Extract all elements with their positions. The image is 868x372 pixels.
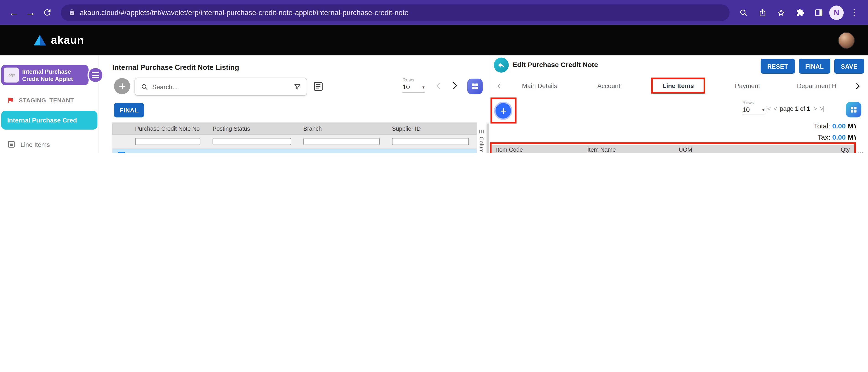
rows-per-page-label: Rows	[742, 100, 765, 105]
browser-side-panel-button[interactable]	[810, 4, 827, 21]
sidebar-item-label: Line Items	[21, 141, 50, 148]
last-page-button[interactable]: >|	[820, 105, 824, 112]
grip-icon	[479, 129, 485, 134]
browser-search-button[interactable]	[735, 4, 752, 21]
tab-department-handling[interactable]: Department H	[782, 78, 851, 94]
sidebar-applet-button[interactable]: logo Internal Purchase Credit Note Apple…	[1, 65, 89, 85]
tax-value: 0.00	[832, 134, 846, 141]
filter-funnel-icon[interactable]	[293, 83, 301, 90]
items-grid-view-button[interactable]	[846, 102, 861, 117]
filter-branch[interactable]	[303, 138, 380, 145]
editor-actions: RESET FINAL SAVE	[761, 59, 864, 74]
editor-title: Edit Purchase Credit Note	[513, 61, 598, 69]
table-body: 1000010 DRAFT ONE LIVING SS2 1000032 100…	[113, 149, 476, 153]
prev-page-button[interactable]: <	[773, 105, 776, 112]
browser-share-button[interactable]	[754, 4, 771, 21]
add-line-item-button[interactable]	[496, 103, 511, 119]
address-bar[interactable]: akaun.cloud/#/applets/tnt/wavelet/erp/in…	[61, 4, 730, 21]
user-avatar[interactable]	[838, 32, 855, 49]
applet-label-line2: Credit Note Applet	[22, 75, 73, 82]
listing-title: Internal Purchase Credit Note Listing	[113, 63, 239, 71]
items-rows-per-page-select[interactable]: Rows 10 ▾	[742, 100, 765, 115]
sidebar-toggle-button[interactable]	[88, 67, 103, 83]
first-page-button[interactable]: |<	[766, 105, 770, 112]
tax-label: Tax:	[817, 134, 830, 141]
list-options-button[interactable]	[313, 81, 324, 92]
next-page-button[interactable]: >	[813, 105, 816, 112]
brand-text: akaun	[51, 34, 84, 47]
line-items-table: Item Code Item Name UOM Qty ITEM ABC ITE…	[492, 145, 854, 153]
page-total: 1	[807, 105, 810, 112]
final-button[interactable]: FINAL	[799, 59, 830, 74]
filter-purchase-credit-note-no[interactable]	[135, 138, 200, 145]
listing-panel: Internal Purchase Credit Note Listing Ro…	[98, 55, 489, 153]
editor-side-tabs: Columns Filters	[856, 145, 865, 153]
scrollbar-thumb[interactable]	[486, 124, 489, 153]
applet-button-label: Internal Purchase Credit Note Applet	[22, 68, 73, 82]
back-button[interactable]	[494, 58, 509, 73]
chevron-left-icon	[495, 82, 502, 90]
column-header-posting-status: Posting Status	[208, 125, 299, 132]
hamburger-icon	[92, 75, 99, 76]
browser-profile-avatar[interactable]: N	[829, 5, 844, 20]
hamburger-icon	[92, 72, 99, 73]
items-header-row: Item Code Item Name UOM Qty	[492, 145, 854, 153]
back-arrow-icon	[497, 61, 505, 69]
triangle-logo-icon	[33, 34, 46, 46]
add-record-button[interactable]	[114, 78, 130, 94]
lock-icon	[69, 9, 75, 16]
tenant-selector[interactable]: STAGING_TENANT	[7, 96, 74, 104]
save-button[interactable]: SAVE	[834, 59, 864, 74]
sidebar-item-line-items[interactable]: Line Items	[7, 140, 50, 148]
rows-per-page-select[interactable]: Rows 10 ▾	[403, 77, 425, 93]
star-icon	[777, 8, 785, 17]
puzzle-icon	[796, 8, 804, 17]
browser-actions: N ⋮	[735, 4, 863, 21]
total-value: 0.00	[832, 122, 846, 130]
dropdown-caret-icon: ▾	[423, 84, 425, 89]
grid-view-button[interactable]	[467, 79, 483, 94]
rows-per-page-label: Rows	[403, 77, 425, 83]
final-action-button[interactable]: FINAL	[114, 103, 144, 117]
columns-side-tab[interactable]: Columns	[478, 129, 485, 153]
columns-tab-label: Columns	[478, 137, 485, 153]
search-input[interactable]	[152, 83, 289, 90]
tabs-scroll-left-button[interactable]	[493, 78, 505, 94]
cell-purchase-credit-note-no: 1000010	[131, 152, 208, 153]
column-header-supplier-id: Supplier ID	[388, 125, 476, 132]
table-row[interactable]: 1000010 DRAFT ONE LIVING SS2 1000032	[113, 149, 476, 153]
tabs-scroll-right-button[interactable]	[851, 78, 863, 94]
browser-extensions-button[interactable]	[792, 4, 808, 21]
plus-icon	[118, 82, 126, 90]
browser-reload-button[interactable]	[39, 4, 55, 21]
pagination-next-button[interactable]	[450, 80, 460, 91]
tab-payment[interactable]: Payment	[713, 78, 782, 94]
browser-back-button[interactable]: ←	[5, 4, 22, 21]
chevron-right-icon	[854, 82, 862, 90]
column-header-uom: UOM	[674, 146, 766, 152]
tab-account[interactable]: Account	[574, 78, 644, 94]
pagination-prev-button[interactable]	[434, 81, 443, 90]
filter-posting-status[interactable]	[213, 138, 291, 145]
tab-line-items[interactable]: Line Items	[644, 78, 713, 94]
items-pagination: |< < page 1 of 1 > >|	[766, 105, 824, 112]
sidebar-module-button[interactable]: Internal Purchase Cred	[1, 111, 98, 130]
tab-main-details[interactable]: Main Details	[505, 78, 574, 94]
dropdown-caret-icon: ▾	[762, 107, 765, 112]
list-icon	[7, 140, 16, 148]
columns-side-tab[interactable]: Columns	[858, 152, 864, 153]
filter-supplier-id[interactable]	[392, 138, 469, 145]
sidebar: logo Internal Purchase Credit Note Apple…	[0, 55, 98, 153]
browser-forward-button[interactable]: →	[22, 4, 39, 21]
reset-button[interactable]: RESET	[761, 59, 795, 74]
edit-panel: Edit Purchase Credit Note RESET FINAL SA…	[489, 55, 868, 153]
scrollbar-track[interactable]	[486, 122, 489, 153]
search-icon	[141, 83, 148, 90]
table-filter-row	[113, 135, 476, 149]
table-header-row: Purchase Credit Note No Posting Status B…	[113, 122, 476, 135]
browser-menu-button[interactable]: ⋮	[846, 4, 863, 21]
row-checkbox[interactable]	[118, 151, 125, 153]
browser-bookmark-button[interactable]	[773, 4, 789, 21]
listing-side-tabs: Columns Filters	[476, 122, 486, 153]
app-body: logo Internal Purchase Credit Note Apple…	[0, 55, 868, 153]
